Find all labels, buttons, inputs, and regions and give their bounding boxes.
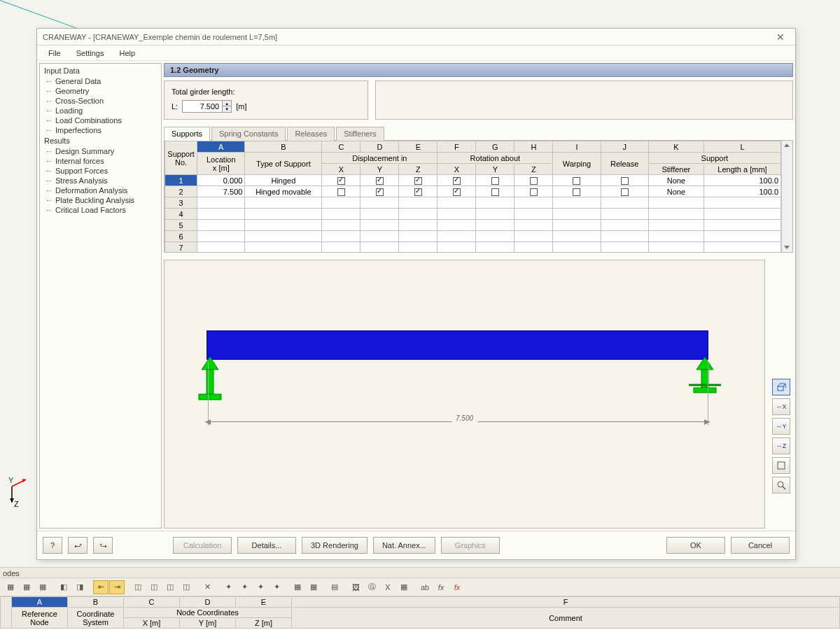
cell[interactable]: [399, 186, 438, 197]
tool-icon[interactable]: ▤: [327, 580, 342, 594]
col-letter-e[interactable]: E: [399, 141, 438, 153]
tool-icon[interactable]: ✦: [269, 580, 284, 594]
cell[interactable]: [648, 197, 704, 209]
host-col-coord-sys[interactable]: Coordinate System: [68, 608, 124, 629]
col-rot-y[interactable]: Y: [476, 164, 514, 175]
cell[interactable]: [648, 242, 704, 253]
col-letter-k[interactable]: K: [648, 141, 704, 153]
cell[interactable]: [476, 220, 514, 231]
cell[interactable]: [438, 186, 476, 197]
cell[interactable]: [601, 186, 648, 197]
host-col-node-coords[interactable]: Node Coordinates: [124, 608, 292, 618]
tool-icon[interactable]: ◫: [178, 580, 194, 594]
cell[interactable]: [360, 175, 399, 186]
cell[interactable]: [322, 242, 360, 253]
tool-icon[interactable]: ◨: [72, 580, 88, 594]
tool-icon[interactable]: ✦: [253, 580, 268, 594]
checkbox[interactable]: [530, 177, 538, 185]
cell[interactable]: [514, 197, 553, 209]
cell[interactable]: [360, 231, 399, 242]
cell[interactable]: [553, 186, 601, 197]
row-header[interactable]: 7: [165, 242, 197, 253]
host-col-b[interactable]: B: [68, 597, 124, 608]
checkbox[interactable]: [414, 188, 422, 196]
cell[interactable]: [399, 175, 438, 186]
tree-item-imperfections[interactable]: Imperfections: [40, 125, 161, 135]
tree-item-loading[interactable]: Loading: [40, 106, 161, 115]
tool-icon[interactable]: ▦: [3, 580, 18, 594]
viz-iso-icon[interactable]: [772, 379, 790, 396]
tool-icon[interactable]: ▦: [35, 580, 50, 594]
tool-icon[interactable]: ◧: [56, 580, 71, 594]
cell[interactable]: [514, 231, 553, 242]
cell[interactable]: [399, 209, 438, 220]
col-release[interactable]: Release: [601, 153, 648, 175]
checkbox[interactable]: [573, 188, 580, 196]
checkbox[interactable]: [453, 177, 461, 185]
row-header[interactable]: 1: [165, 175, 197, 186]
cell[interactable]: [399, 242, 438, 253]
tab-supports[interactable]: Supports: [164, 127, 210, 141]
cell[interactable]: [648, 209, 704, 220]
cell[interactable]: [704, 242, 780, 253]
cell[interactable]: [476, 242, 514, 253]
col-letter-f[interactable]: F: [438, 141, 476, 153]
cell[interactable]: [438, 209, 476, 220]
host-col-comment[interactable]: Comment: [292, 608, 840, 629]
row-header[interactable]: 5: [165, 220, 197, 231]
cell-location[interactable]: 7.500: [197, 186, 245, 197]
tool-icon[interactable]: ◫: [162, 580, 178, 594]
cell[interactable]: [197, 220, 245, 231]
host-col-x[interactable]: X [m]: [124, 618, 180, 629]
host-col-y[interactable]: Y [m]: [180, 618, 236, 629]
col-letter-i[interactable]: I: [553, 141, 601, 153]
col-rot-x[interactable]: X: [438, 164, 476, 175]
cell[interactable]: [438, 242, 476, 253]
tool-icon[interactable]: ⇤: [93, 580, 108, 594]
cell[interactable]: [438, 231, 476, 242]
cell-length[interactable]: 100.0: [704, 186, 780, 197]
tab-spring-constants[interactable]: Spring Constants: [211, 127, 286, 141]
tree-item-design-summary[interactable]: Design Summary: [40, 146, 161, 156]
col-disp-x[interactable]: X: [322, 164, 360, 175]
cell-location[interactable]: 0.000: [197, 175, 245, 186]
host-col-reference[interactable]: Reference Node: [12, 608, 68, 629]
checkbox[interactable]: [337, 177, 345, 185]
cell[interactable]: [514, 242, 553, 253]
host-col-f[interactable]: F: [292, 597, 840, 608]
host-grid[interactable]: A B C D E F Reference Node Coordinate Sy…: [0, 596, 840, 630]
cell[interactable]: [476, 186, 514, 197]
nat-annex-button[interactable]: Nat. Annex...: [373, 537, 435, 554]
cell[interactable]: [245, 209, 322, 220]
menu-file[interactable]: File: [41, 47, 68, 59]
cell[interactable]: [704, 231, 780, 242]
cell[interactable]: [360, 186, 399, 197]
viz-fit-icon[interactable]: [772, 457, 790, 474]
tree-item-stress-analysis[interactable]: Stress Analysis: [40, 176, 161, 186]
girder-length-spinner[interactable]: ▲▼: [182, 100, 232, 113]
cell-type[interactable]: Hinged movable: [245, 186, 322, 197]
beam-visualization[interactable]: 7.500: [164, 260, 765, 528]
checkbox[interactable]: [491, 177, 499, 185]
cell[interactable]: [476, 231, 514, 242]
next-button[interactable]: ⮑: [93, 537, 113, 554]
checkbox[interactable]: [376, 188, 384, 196]
checkbox[interactable]: [530, 188, 538, 196]
titlebar[interactable]: CRANEWAY - [CRANEWAY_Exemple chemin de r…: [37, 29, 795, 46]
tool-icon[interactable]: ▦: [19, 580, 34, 594]
checkbox[interactable]: [376, 177, 384, 185]
cell-length[interactable]: 100.0: [704, 175, 780, 186]
supports-grid[interactable]: Support No. A B C D E F G H I J K L: [164, 141, 793, 253]
tool-icon[interactable]: fx: [449, 580, 465, 594]
col-letter-h[interactable]: H: [514, 141, 553, 153]
cell[interactable]: [553, 197, 601, 209]
tool-icon[interactable]: ◫: [130, 580, 146, 594]
tool-icon[interactable]: Ⓖ: [364, 580, 379, 594]
cell[interactable]: [360, 242, 399, 253]
cell[interactable]: [601, 175, 648, 186]
tool-icon[interactable]: 🖼: [348, 580, 363, 594]
col-warping[interactable]: Warping: [553, 153, 601, 175]
calculation-button[interactable]: Calculation: [173, 537, 232, 554]
cell[interactable]: [322, 175, 360, 186]
cell[interactable]: [553, 209, 601, 220]
